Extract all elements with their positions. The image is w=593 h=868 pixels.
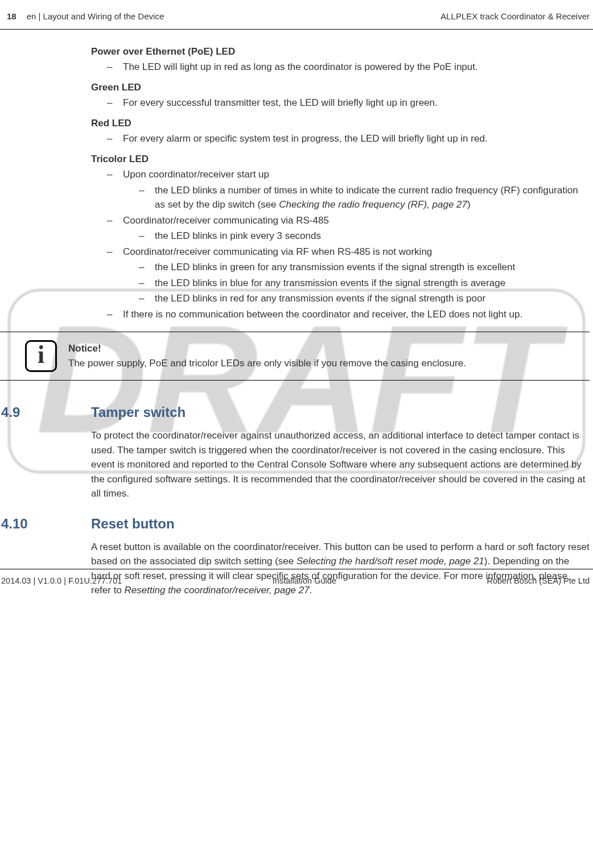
list-item: the LED blinks in red for any transmissi…	[123, 291, 590, 306]
footer-right: Robert Bosch (SEA) Pte Ltd	[487, 575, 590, 588]
section-4-9: 4.9 Tamper switch	[0, 402, 590, 423]
cross-reference: Selecting the hard/soft reset mode, page…	[296, 556, 484, 567]
section-title: Reset button	[91, 514, 175, 534]
green-led-heading: Green LED	[91, 80, 590, 95]
cross-reference: Checking the radio frequency (RF), page …	[279, 199, 467, 210]
list-item: For every successful transmitter test, t…	[91, 96, 590, 110]
list-item: the LED blinks in pink every 3 seconds	[123, 229, 590, 243]
text-fragment: )	[467, 199, 471, 210]
list-item: the LED blinks a number of times in whit…	[123, 183, 590, 212]
led-descriptions: Power over Ethernet (PoE) LED The LED wi…	[0, 44, 590, 322]
tricolor-led-heading: Tricolor LED	[91, 152, 590, 167]
list-item: the LED blinks in green for any transmis…	[123, 260, 590, 275]
breadcrumb: en | Layout and Wiring of the Device	[27, 10, 164, 23]
list-item-label: Coordinator/receiver communicating via R…	[123, 215, 329, 226]
list-item: Upon coordinator/receiver start up the L…	[91, 167, 590, 212]
section-title: Tamper switch	[91, 402, 186, 423]
info-icon-glyph: i	[38, 342, 44, 367]
list-item-label: Upon coordinator/receiver start up	[123, 169, 269, 180]
poe-led-heading: Power over Ethernet (PoE) LED	[91, 44, 590, 59]
product-name: ALLPLEX track Coordinator & Receiver	[440, 10, 590, 23]
list-item: The LED will light up in red as long as …	[91, 60, 590, 75]
list-item-label: Coordinator/receiver communicating via R…	[123, 246, 432, 257]
page-footer: 2014.03 | V1.0.0 | F.01U.277.701 Install…	[0, 569, 593, 588]
footer-center: Installation Guide	[273, 575, 336, 588]
list-item: the LED blinks in blue for any transmiss…	[123, 276, 590, 291]
section-number: 4.10	[0, 514, 91, 534]
page-number: 18	[7, 10, 17, 23]
list-item: For every alarm or specific system test …	[91, 131, 590, 146]
section-4-9-body: To protect the coordinator/receiver agai…	[0, 428, 590, 501]
list-item: Coordinator/receiver communicating via R…	[91, 245, 590, 306]
notice-callout: i Notice! The power supply, PoE and tric…	[0, 332, 590, 381]
red-led-heading: Red LED	[91, 116, 590, 131]
notice-body: The power supply, PoE and tricolor LEDs …	[68, 356, 586, 371]
section-4-10: 4.10 Reset button	[0, 514, 590, 534]
list-item: If there is no communication between the…	[91, 307, 590, 322]
footer-left: 2014.03 | V1.0.0 | F.01U.277.701	[1, 575, 122, 588]
page-header: 18 en | Layout and Wiring of the Device …	[0, 0, 593, 30]
notice-title: Notice!	[68, 341, 586, 356]
section-number: 4.9	[0, 402, 91, 423]
info-icon: i	[25, 340, 57, 372]
list-item: Coordinator/receiver communicating via R…	[91, 213, 590, 243]
